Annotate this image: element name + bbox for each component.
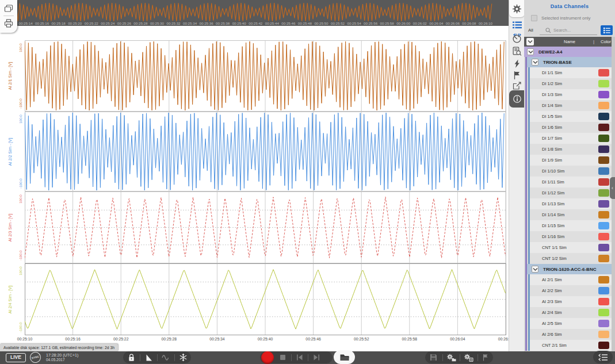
channel-color-swatch[interactable] xyxy=(598,211,609,219)
overview-strip[interactable]: 00:25:1200:25:1400:25:1600:25:1800:25:20… xyxy=(0,0,509,26)
channel-color-swatch[interactable] xyxy=(598,69,609,76)
group-row-dewe2-a4[interactable]: DEWE2-A4 xyxy=(524,47,615,57)
channel-row[interactable]: DI 1/7 Sim xyxy=(530,133,615,144)
chevron-down-icon xyxy=(533,267,538,271)
channel-row[interactable]: DI 1/14 Sim xyxy=(530,209,615,220)
channel-color-swatch[interactable] xyxy=(598,91,609,98)
channel-row[interactable]: DI 1/6 Sim xyxy=(530,122,615,133)
channel-row[interactable]: DI 1/2 Sim xyxy=(530,78,615,89)
lock-button[interactable] xyxy=(123,353,140,362)
channel-row[interactable]: DI 1/4 Sim xyxy=(530,100,615,111)
report-preview-button[interactable] xyxy=(509,44,525,58)
channel-row[interactable]: DI 1/15 Sim xyxy=(530,220,615,231)
channel-color-swatch[interactable] xyxy=(598,298,609,305)
flag-small-icon xyxy=(482,354,489,361)
channel-color-swatch[interactable] xyxy=(598,189,609,197)
right-toolbar xyxy=(509,0,524,351)
chart-plot-ai24[interactable] xyxy=(25,263,506,335)
channel-color-swatch[interactable] xyxy=(598,178,609,186)
cursor-tool-button[interactable] xyxy=(140,354,157,362)
marker-flag-button[interactable] xyxy=(478,354,493,361)
channel-color-swatch[interactable] xyxy=(598,102,609,109)
time-axis-label: 00:25:16 xyxy=(65,337,80,341)
save-setup-button[interactable] xyxy=(443,354,460,362)
chart-plot-ai21[interactable] xyxy=(25,40,506,112)
channel-row[interactable]: DI 1/11 Sim xyxy=(530,177,615,187)
group-chevron-button[interactable] xyxy=(532,266,538,273)
channel-row[interactable]: CNT 1/2 Sim xyxy=(530,253,615,264)
channel-tree-button[interactable] xyxy=(601,25,613,35)
device-indent-bar xyxy=(525,57,527,351)
group-chevron-button[interactable] xyxy=(527,48,534,55)
panel-collapse-handle[interactable]: ‹ xyxy=(610,177,615,199)
open-file-button[interactable] xyxy=(334,350,355,364)
channel-row[interactable]: AI 2/5 Sim xyxy=(530,318,615,329)
channel-row[interactable]: DI 1/16 Sim xyxy=(530,231,615,242)
channel-color-swatch[interactable] xyxy=(598,255,609,262)
chart-plot-ai22[interactable] xyxy=(25,112,506,191)
channel-color-swatch[interactable] xyxy=(598,287,609,294)
channel-row[interactable]: AI 2/1 Sim xyxy=(530,274,615,285)
info-button[interactable] xyxy=(509,90,525,108)
channel-color-swatch[interactable] xyxy=(598,200,609,208)
channel-row[interactable]: AI 2/2 Sim xyxy=(530,285,615,296)
channel-color-swatch[interactable] xyxy=(598,113,609,120)
stop-button[interactable] xyxy=(274,355,291,360)
channel-color-swatch[interactable] xyxy=(598,342,609,349)
channel-color-swatch[interactable] xyxy=(598,222,609,229)
clock-date: 04.05.2017 xyxy=(46,358,78,362)
group-row-trion-base[interactable]: TRION-BASE xyxy=(527,57,615,67)
channel-row[interactable]: CNT 2/1 Sim xyxy=(530,340,615,351)
overview-tick-label: 00:25:46 xyxy=(281,21,295,25)
channel-row[interactable]: DI 1/12 Sim xyxy=(530,187,615,198)
channel-row[interactable]: AI 2/3 Sim xyxy=(530,296,615,307)
channel-row[interactable]: DI 1/5 Sim xyxy=(530,111,615,122)
channel-row[interactable]: DI 1/10 Sim xyxy=(530,166,615,177)
group-row-trion-1620-acc-6-bnc[interactable]: TRION-1620-ACC-6-BNC xyxy=(527,264,615,274)
view-tools-pill xyxy=(123,351,191,363)
channel-color-swatch[interactable] xyxy=(598,276,609,283)
freeze-button[interactable] xyxy=(175,353,191,362)
print-button[interactable] xyxy=(2,17,16,29)
skip-to-start-button[interactable] xyxy=(292,354,308,361)
channel-row[interactable]: CNT 1/1 Sim xyxy=(530,242,615,253)
channel-color-swatch[interactable] xyxy=(598,156,609,164)
save-button[interactable] xyxy=(425,354,442,361)
settings-button[interactable] xyxy=(509,0,525,17)
measurement-button[interactable] xyxy=(509,32,525,45)
channel-color-swatch[interactable] xyxy=(598,331,609,338)
channel-color-swatch[interactable] xyxy=(598,233,609,240)
filter-all-dropdown[interactable]: All xyxy=(528,28,533,33)
time-axis-label: 00:25:46 xyxy=(305,337,320,341)
group-chevron-button[interactable] xyxy=(532,59,538,66)
channel-row[interactable]: DI 1/8 Sim xyxy=(530,144,615,155)
channel-color-swatch[interactable] xyxy=(598,320,609,327)
channel-list-toggle-button[interactable] xyxy=(593,351,613,363)
sync-badge[interactable]: SYNC xyxy=(29,351,42,364)
load-setup-button[interactable] xyxy=(460,354,478,362)
report-pages-button[interactable] xyxy=(2,3,16,14)
channel-row[interactable]: DI 1/9 Sim xyxy=(530,155,615,166)
channel-color-swatch[interactable] xyxy=(598,80,609,87)
channel-color-swatch[interactable] xyxy=(598,309,609,316)
live-button[interactable]: LIVE xyxy=(6,353,26,362)
channel-row[interactable]: AI 2/6 Sim xyxy=(530,329,615,340)
channel-color-swatch[interactable] xyxy=(598,124,609,131)
search-input[interactable]: Search... xyxy=(540,26,597,35)
channel-row[interactable]: DI 1/13 Sim xyxy=(530,198,615,209)
channel-row[interactable]: DI 1/1 Sim xyxy=(530,67,615,78)
signal-tool-button[interactable] xyxy=(158,354,174,362)
channel-color-swatch[interactable] xyxy=(598,135,609,142)
status-bar: LIVE SYNC 17:28:20 (UTC+1) 04.05.2017 xyxy=(0,351,615,364)
channel-color-swatch[interactable] xyxy=(598,145,609,153)
skip-to-end-button[interactable] xyxy=(308,354,324,361)
record-button[interactable] xyxy=(261,351,274,364)
chart-plot-ai23[interactable] xyxy=(25,191,506,263)
selected-instrument-checkbox[interactable] xyxy=(531,15,537,21)
channel-row[interactable]: AI 2/4 Sim xyxy=(530,307,615,318)
channel-color-swatch[interactable] xyxy=(598,167,609,175)
channel-row[interactable]: DI 1/3 Sim xyxy=(530,89,615,100)
channel-rows: DEWE2-A4TRION-BASEDI 1/1 SimDI 1/2 SimDI… xyxy=(524,47,615,352)
chart-grid[interactable]: AI 2/1 Sim - [V]100.0-100.0AI 2/2 Sim - … xyxy=(0,26,509,351)
channel-color-swatch[interactable] xyxy=(598,244,609,251)
